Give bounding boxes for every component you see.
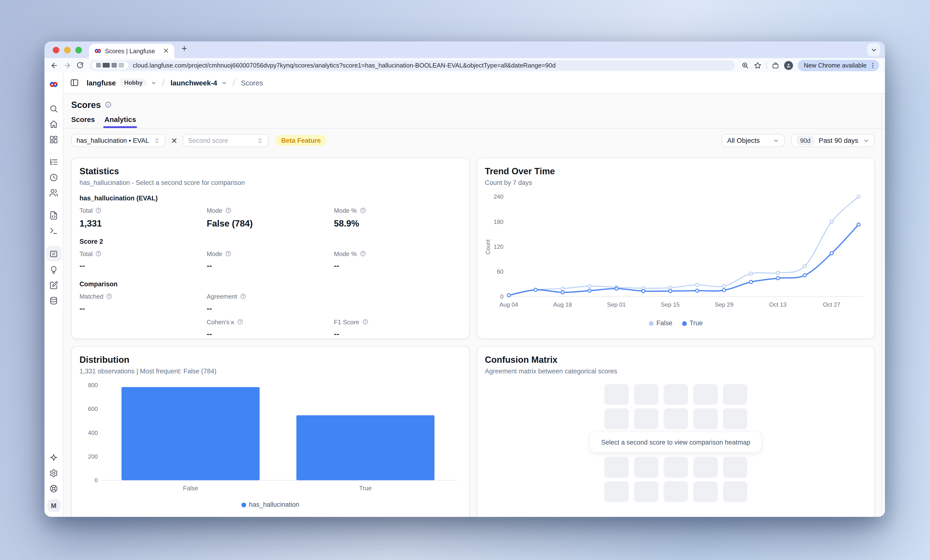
address-bar[interactable]: cloud.langfuse.com/project/cmhnuoj660007…	[90, 60, 735, 71]
help-icon[interactable]	[106, 293, 112, 299]
sidebar-item-prompts[interactable]	[46, 208, 61, 222]
help-icon[interactable]	[225, 251, 231, 256]
sidebar-item-support[interactable]	[46, 481, 61, 496]
clock-icon	[49, 173, 58, 182]
sidebar-item-tracing[interactable]	[46, 155, 61, 169]
breadcrumb-separator	[162, 79, 165, 86]
stat-f1-score: F1 Score --	[334, 318, 461, 338]
chevron-down-icon	[773, 137, 779, 144]
chevron-down-icon[interactable]	[221, 80, 227, 86]
tab-analytics[interactable]: Analytics	[105, 116, 136, 128]
bookmark-button[interactable]	[754, 61, 762, 69]
stat-value: --	[206, 304, 334, 313]
close-window-button[interactable]	[53, 46, 59, 53]
zoom-window-button[interactable]	[75, 46, 82, 53]
legend-item-false[interactable]: False	[648, 319, 672, 327]
stat-agreement: Agreement --	[206, 293, 334, 313]
langfuse-logo-icon	[49, 80, 58, 89]
stat-value: --	[79, 261, 206, 270]
minimize-window-button[interactable]	[64, 46, 71, 53]
confusion-placeholder-cell	[604, 384, 628, 405]
legend-dot	[648, 321, 653, 326]
legend-item-has-hallucination[interactable]: has_hallucination	[241, 501, 299, 508]
info-icon[interactable]	[105, 101, 112, 108]
stat-mode: Mode False (784)	[206, 207, 334, 228]
score2-select[interactable]: Second score	[183, 134, 269, 147]
help-icon[interactable]	[362, 319, 368, 325]
confusion-placeholder-cell	[604, 481, 628, 502]
chevrons-up-down-icon	[257, 137, 263, 144]
chevron-down-icon	[870, 46, 877, 53]
svg-text:Oct 27: Oct 27	[823, 301, 840, 308]
plan-badge: Hobby	[120, 78, 147, 87]
profile-avatar[interactable]	[784, 61, 793, 70]
toolbar-separator	[767, 62, 767, 69]
tab-search-button[interactable]	[867, 43, 880, 57]
stat-mode-pct: Mode % 58.9%	[334, 207, 461, 228]
svg-text:600: 600	[88, 406, 98, 412]
stat-label: F1 Score	[334, 318, 359, 325]
sidebar-item-datasets[interactable]	[46, 293, 61, 308]
sidebar-item-dashboards[interactable]	[46, 132, 61, 146]
score1-select[interactable]: has_hallucination • EVAL	[71, 134, 166, 147]
sidebar-item-playground[interactable]	[46, 223, 61, 238]
confusion-placeholder-cell	[723, 457, 747, 478]
forward-button[interactable]	[63, 61, 71, 69]
browser-tab[interactable]: Scores | Langfuse ✕	[89, 44, 174, 58]
breadcrumb-project[interactable]: launchweek-4	[171, 78, 217, 87]
stat-label: Total	[79, 250, 92, 257]
zoom-page-button[interactable]	[742, 61, 749, 69]
confusion-matrix-card: Confusion Matrix Agreement matrix betwee…	[477, 346, 875, 517]
help-icon[interactable]	[225, 207, 231, 213]
kebab-menu-icon[interactable]	[870, 62, 876, 69]
date-range-select[interactable]: 90d Past 90 days	[791, 134, 875, 147]
object-type-value: All Objects	[727, 137, 760, 144]
back-button[interactable]	[50, 61, 58, 69]
sidebar-item-users[interactable]	[46, 186, 61, 200]
object-type-select[interactable]: All Objects	[722, 134, 785, 147]
help-icon[interactable]	[360, 207, 365, 213]
sidebar-item-scores[interactable]	[46, 246, 62, 261]
sidebar-item-ask-ai[interactable]	[46, 450, 61, 465]
sidebar-item-sessions[interactable]	[46, 170, 61, 184]
section-heading: Score 2	[79, 238, 461, 245]
clear-score1-button[interactable]: ✕	[171, 137, 177, 144]
chevron-down-icon[interactable]	[151, 80, 157, 86]
life-buoy-icon	[49, 484, 58, 493]
extensions-button[interactable]	[772, 61, 780, 69]
tab-scores[interactable]: Scores	[71, 116, 95, 128]
breadcrumb-org[interactable]: langfuse	[87, 78, 116, 87]
help-icon[interactable]	[240, 293, 246, 299]
sidebar-item-annotation[interactable]	[46, 278, 61, 292]
breadcrumb: langfuse Hobby launchweek-4 Scores	[87, 78, 263, 87]
new-tab-button[interactable]: +	[182, 44, 187, 53]
sidebar-item-home[interactable]	[46, 117, 61, 131]
sidebar-toggle-button[interactable]	[70, 78, 79, 87]
help-icon[interactable]	[95, 207, 102, 213]
file-code-icon	[49, 211, 58, 220]
help-icon[interactable]	[237, 319, 243, 325]
sidebar-item-search[interactable]	[46, 101, 61, 116]
sidebar-item-insights[interactable]	[46, 262, 61, 277]
user-avatar[interactable]: M	[47, 499, 60, 512]
legend-label: has_hallucination	[249, 501, 299, 508]
svg-text:120: 120	[493, 244, 503, 250]
confusion-placeholder-cell	[604, 457, 628, 478]
update-chrome-button[interactable]: New Chrome available	[798, 60, 879, 71]
tab-close-icon[interactable]: ✕	[163, 48, 169, 54]
sidebar-item-settings[interactable]	[46, 466, 61, 480]
help-icon[interactable]	[95, 251, 102, 256]
stat-total: Total 1,331	[79, 207, 206, 228]
confusion-placeholder-cell	[723, 481, 747, 502]
site-info-chip[interactable]	[92, 61, 128, 69]
toolbar-actions: New Chrome available	[742, 60, 879, 71]
scrollbar-track[interactable]	[881, 94, 882, 517]
help-icon[interactable]	[360, 251, 365, 256]
reload-button[interactable]	[77, 62, 83, 69]
stat-mode-pct2: Mode % --	[334, 250, 461, 270]
stat-value: --	[206, 330, 334, 339]
confusion-placeholder-cell	[664, 384, 688, 405]
legend-item-true[interactable]: True	[682, 319, 702, 327]
terminal-icon	[49, 226, 58, 235]
square-pen-icon	[49, 281, 58, 290]
